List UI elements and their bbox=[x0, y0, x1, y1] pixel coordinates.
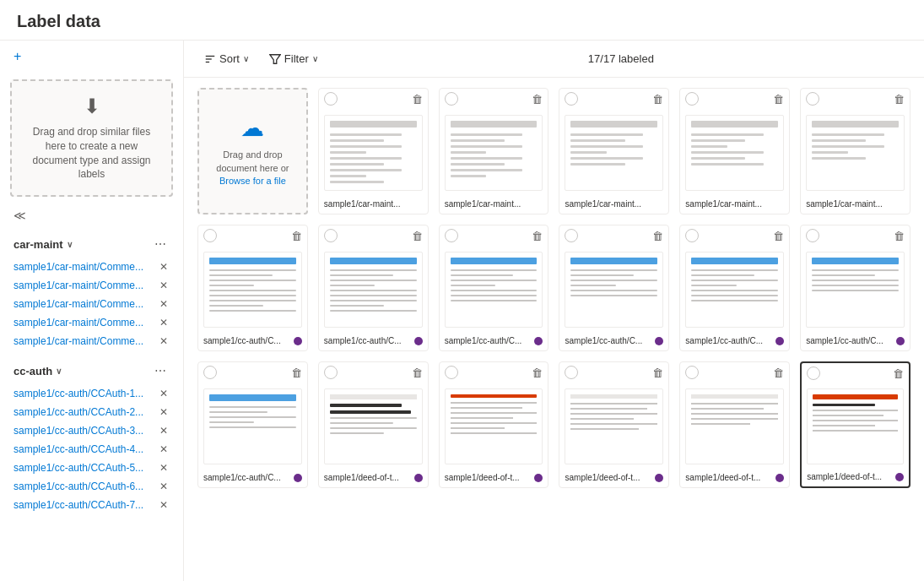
document-tile[interactable]: 🗑 bbox=[439, 88, 549, 214]
collapse-button[interactable]: ≪ bbox=[0, 204, 183, 227]
doc-tile-label: sample1/deed-of-t... bbox=[807, 472, 882, 481]
document-tile-selected[interactable]: 🗑 bbox=[800, 361, 910, 488]
remove-item-button[interactable]: ✕ bbox=[158, 406, 170, 418]
doc-delete-button[interactable]: 🗑 bbox=[773, 367, 784, 379]
sort-button[interactable]: Sort ∨ bbox=[197, 49, 256, 68]
document-tile[interactable]: 🗑 sample1/cc-auth/C... bbox=[197, 361, 308, 488]
remove-item-button[interactable]: ✕ bbox=[158, 462, 170, 474]
section-label-cc-auth: cc-auth bbox=[14, 365, 52, 377]
sidebar-item-label: sample1/cc-auth/CCAuth-5... bbox=[14, 462, 143, 474]
filter-button[interactable]: Filter ∨ bbox=[262, 49, 325, 68]
remove-item-button[interactable]: ✕ bbox=[158, 499, 170, 511]
list-item[interactable]: sample1/cc-auth/CCAuth-7... ✕ bbox=[0, 496, 183, 514]
doc-delete-button[interactable]: 🗑 bbox=[412, 93, 423, 106]
remove-item-button[interactable]: ✕ bbox=[158, 443, 170, 455]
document-tile[interactable]: 🗑 bbox=[559, 361, 669, 488]
doc-delete-button[interactable]: 🗑 bbox=[532, 230, 543, 242]
doc-checkbox[interactable] bbox=[685, 92, 699, 106]
document-tile[interactable]: 🗑 bbox=[318, 225, 429, 351]
doc-checkbox[interactable] bbox=[445, 92, 458, 106]
upload-tile[interactable]: ☁ Drag and drop document here or Browse … bbox=[197, 88, 308, 214]
remove-item-button[interactable]: ✕ bbox=[158, 261, 170, 273]
doc-delete-button[interactable]: 🗑 bbox=[894, 93, 905, 106]
sort-label: Sort bbox=[219, 52, 240, 65]
doc-tile-label: sample1/cc-auth/C... bbox=[806, 336, 883, 345]
doc-checkbox[interactable] bbox=[685, 229, 699, 242]
section-menu-button-car-maint[interactable]: ⋯ bbox=[151, 236, 170, 252]
chevron-down-icon: ∨ bbox=[56, 367, 62, 376]
doc-checkbox[interactable] bbox=[324, 366, 338, 379]
document-tile[interactable]: 🗑 sample1/cc-auth/C... bbox=[800, 225, 910, 351]
document-tile[interactable]: 🗑 sample1/cc-auth/ bbox=[679, 225, 790, 351]
doc-delete-button[interactable]: 🗑 bbox=[291, 367, 302, 379]
doc-checkbox[interactable] bbox=[324, 229, 338, 242]
document-tile[interactable]: 🗑 bbox=[197, 225, 308, 351]
doc-checkbox[interactable] bbox=[203, 366, 217, 379]
document-tile[interactable]: 🗑 bbox=[679, 88, 790, 214]
remove-item-button[interactable]: ✕ bbox=[158, 388, 170, 399]
doc-delete-button[interactable]: 🗑 bbox=[652, 93, 663, 106]
document-tile[interactable]: 🗑 bbox=[800, 88, 910, 214]
list-item[interactable]: sample1/car-maint/Comme... ✕ bbox=[0, 276, 183, 295]
doc-tile-label: sample1/cc-auth/C... bbox=[445, 336, 522, 345]
doc-checkbox[interactable] bbox=[203, 229, 217, 242]
list-item[interactable]: sample1/cc-auth/CCAuth-3... ✕ bbox=[0, 421, 183, 440]
list-item[interactable]: sample1/cc-auth/CCAuth-6... ✕ bbox=[0, 477, 183, 496]
list-item[interactable]: sample1/car-maint/Comme... ✕ bbox=[0, 332, 183, 350]
list-item[interactable]: sample1/car-maint/Comme... ✕ bbox=[0, 313, 183, 332]
document-grid: ☁ Drag and drop document here or Browse … bbox=[197, 88, 910, 488]
list-item[interactable]: sample1/car-maint/Comme... ✕ bbox=[0, 258, 183, 276]
doc-delete-button[interactable]: 🗑 bbox=[532, 367, 543, 379]
document-tile[interactable]: 🗑 bbox=[318, 88, 429, 214]
remove-item-button[interactable]: ✕ bbox=[158, 481, 170, 492]
doc-delete-button[interactable]: 🗑 bbox=[532, 93, 543, 106]
labeled-dot bbox=[414, 337, 423, 345]
document-tile[interactable]: 🗑 bbox=[679, 361, 790, 488]
plus-icon: + bbox=[14, 49, 21, 64]
doc-checkbox[interactable] bbox=[806, 229, 819, 242]
remove-item-button[interactable]: ✕ bbox=[158, 335, 170, 347]
sidebar-section-header-car-maint[interactable]: car-maint ∨ ⋯ bbox=[0, 231, 183, 258]
document-tile[interactable]: 🗑 sample1/cc-auth/ bbox=[439, 225, 549, 351]
doc-delete-button[interactable]: 🗑 bbox=[773, 93, 784, 106]
list-item[interactable]: sample1/cc-auth/CCAuth-5... ✕ bbox=[0, 459, 183, 477]
doc-delete-button[interactable]: 🗑 bbox=[412, 230, 423, 242]
document-tile[interactable]: 🗑 sample1/cc-auth/C... bbox=[559, 225, 669, 351]
list-item[interactable]: sample1/car-maint/Comme... ✕ bbox=[0, 295, 183, 313]
document-tile[interactable]: 🗑 bbox=[318, 361, 429, 488]
list-item[interactable]: sample1/cc-auth/CCAuth-1... ✕ bbox=[0, 384, 183, 403]
labeled-dot bbox=[655, 337, 663, 345]
doc-checkbox[interactable] bbox=[565, 92, 578, 106]
remove-item-button[interactable]: ✕ bbox=[158, 317, 170, 329]
doc-checkbox[interactable] bbox=[685, 366, 699, 379]
sidebar-drag-drop-area[interactable]: ⬇ Drag and drop similar files here to cr… bbox=[10, 79, 173, 197]
doc-delete-button[interactable]: 🗑 bbox=[893, 367, 904, 380]
doc-delete-button[interactable]: 🗑 bbox=[412, 367, 423, 379]
doc-tile-label: sample1/car-maint... bbox=[685, 199, 762, 209]
doc-delete-button[interactable]: 🗑 bbox=[291, 230, 302, 242]
doc-delete-button[interactable]: 🗑 bbox=[773, 230, 784, 242]
doc-delete-button[interactable]: 🗑 bbox=[652, 230, 663, 242]
list-item[interactable]: sample1/cc-auth/CCAuth-2... ✕ bbox=[0, 403, 183, 421]
doc-checkbox[interactable] bbox=[445, 229, 458, 242]
doc-preview-image bbox=[807, 388, 904, 464]
doc-preview-image bbox=[565, 115, 663, 191]
add-label-button[interactable]: + bbox=[0, 41, 183, 73]
document-tile[interactable]: 🗑 bbox=[559, 88, 669, 214]
list-item[interactable]: sample1/cc-auth/CCAuth-4... ✕ bbox=[0, 440, 183, 459]
remove-item-button[interactable]: ✕ bbox=[158, 280, 170, 291]
remove-item-button[interactable]: ✕ bbox=[158, 425, 170, 437]
doc-delete-button[interactable]: 🗑 bbox=[652, 367, 663, 379]
doc-checkbox[interactable] bbox=[807, 367, 820, 380]
sidebar-section-header-cc-auth[interactable]: cc-auth ∨ ⋯ bbox=[0, 357, 183, 384]
doc-checkbox[interactable] bbox=[565, 229, 578, 242]
doc-checkbox[interactable] bbox=[445, 366, 458, 379]
section-menu-button-cc-auth[interactable]: ⋯ bbox=[151, 362, 170, 379]
doc-checkbox[interactable] bbox=[324, 92, 338, 106]
doc-delete-button[interactable]: 🗑 bbox=[894, 230, 905, 242]
remove-item-button[interactable]: ✕ bbox=[158, 298, 170, 310]
doc-checkbox[interactable] bbox=[565, 366, 578, 379]
document-tile[interactable]: 🗑 bbox=[439, 361, 549, 488]
doc-checkbox[interactable] bbox=[806, 92, 819, 106]
browse-link[interactable]: Browse for a file bbox=[219, 176, 286, 186]
